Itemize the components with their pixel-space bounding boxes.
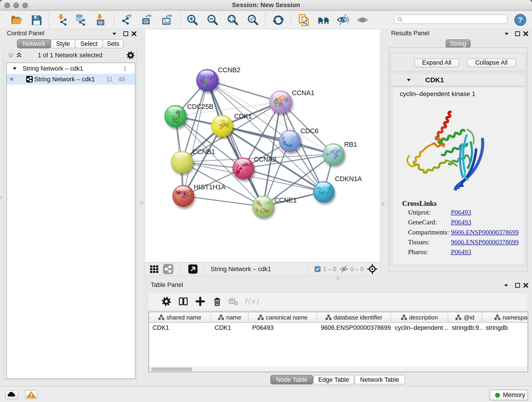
left-splitter-handle[interactable] [140, 201, 143, 205]
column-header-shared-name[interactable]: shared name [149, 312, 211, 323]
node-CCNE1[interactable] [252, 196, 274, 217]
birds-eye-view-icon[interactable] [149, 264, 159, 274]
table-panel-close-button[interactable] [522, 282, 529, 289]
clone-network-icon[interactable] [298, 13, 310, 26]
export-table-icon[interactable] [141, 13, 153, 26]
selected-count: 1 – 0 [323, 266, 336, 273]
tab-network-table[interactable]: Network Table [354, 375, 405, 384]
table-cell[interactable]: cyclin–dependent ... [391, 323, 448, 333]
node-HIST1H1A[interactable] [172, 185, 194, 207]
zoom-fit-icon[interactable] [226, 13, 239, 26]
table-cell[interactable]: stringdb:9... [448, 323, 482, 333]
zoom-selected-icon[interactable] [247, 13, 259, 26]
crosshair-icon[interactable] [367, 264, 377, 274]
node-CCNB1[interactable] [171, 151, 193, 173]
warnings-button[interactable] [25, 390, 37, 399]
table-cell[interactable]: CDK1 [211, 323, 249, 333]
export-image-icon[interactable] [161, 13, 174, 26]
table-cell[interactable]: stringdb [482, 323, 528, 333]
table-panel-float-button[interactable] [514, 282, 521, 289]
cloud-button[interactable] [5, 390, 18, 399]
node-CDKN1A[interactable] [313, 181, 334, 202]
network-collection-row[interactable]: String Network – cdk1 1 [7, 63, 135, 74]
export-network-icon[interactable] [121, 13, 133, 26]
table-panel-menu-button[interactable] [503, 282, 510, 289]
crosslink-link-uniprot[interactable]: P06493 [451, 209, 471, 216]
zoom-out-icon[interactable] [206, 13, 219, 26]
table-horizontal-scrollbar[interactable] [149, 367, 528, 372]
control-panel-float-button[interactable] [122, 30, 129, 37]
control-panel-menu-button[interactable] [111, 30, 118, 37]
add-column-icon[interactable] [195, 296, 205, 306]
svg-text:f(x): f(x) [245, 297, 259, 305]
control-panel-close-button[interactable] [131, 30, 138, 37]
scrollbar-thumb[interactable] [151, 368, 192, 371]
expand-all-button[interactable]: Expand All [414, 59, 459, 67]
network-canvas[interactable]: CCNB2CCNA1CDC25BCDK1CDC6RB1CCNB1CCNA2CDK… [145, 29, 380, 262]
bottom-splitter-handle[interactable] [336, 276, 340, 280]
refresh-icon[interactable] [272, 13, 285, 26]
network-options-gear-icon[interactable] [126, 51, 135, 60]
tab-node-table[interactable]: Node Table [270, 375, 313, 384]
collapse-all-button[interactable]: Collapse All [467, 59, 516, 67]
node-CDC25B[interactable] [165, 105, 186, 127]
memory-button[interactable]: Memory [490, 390, 528, 400]
node-CDK1[interactable] [211, 115, 233, 137]
results-panel-float-button[interactable] [514, 30, 521, 37]
new-network-selection-icon[interactable] [317, 13, 330, 26]
column-header-description[interactable]: description [391, 312, 448, 323]
node-CCNB2[interactable] [196, 69, 218, 91]
results-panel-menu-button[interactable] [503, 30, 510, 37]
open-in-new-window-button[interactable] [188, 264, 198, 274]
selected-checkbox[interactable] [315, 266, 321, 272]
tab-string[interactable]: String [446, 39, 471, 48]
column-header-label: name [226, 314, 241, 321]
column-header-name[interactable]: name [211, 312, 249, 323]
table-cell[interactable]: P06493 [249, 323, 317, 333]
delete-column-icon[interactable] [212, 296, 222, 306]
crosslink-link-compartments[interactable]: 9606.ENSP00000378699 [451, 228, 519, 236]
column-header--id[interactable]: @id [448, 312, 482, 323]
node-CCNA1[interactable] [269, 91, 292, 113]
column-header-canonical-name[interactable]: canonical name [249, 312, 317, 323]
string-badge-button[interactable] [163, 264, 173, 274]
crosslink-link-pharos[interactable]: P06493 [451, 248, 471, 256]
tab-select[interactable]: Select [75, 39, 103, 48]
node-CDC6[interactable] [279, 130, 301, 152]
table-cell[interactable]: 9606.ENSP00000378699 [317, 323, 391, 333]
import-network-database-icon[interactable] [75, 13, 87, 26]
save-icon[interactable] [30, 13, 43, 26]
zoom-in-icon[interactable] [186, 13, 199, 26]
import-network-file-icon[interactable] [56, 13, 69, 26]
network-selection-status: 1 of 1 Network selected [4, 52, 137, 59]
column-header-namespace[interactable]: namespace [482, 312, 528, 323]
column-type-icon [258, 314, 264, 320]
crosslink-link-genecard[interactable]: P06493 [451, 218, 471, 226]
help-button[interactable]: ? [514, 13, 527, 26]
open-icon[interactable] [10, 13, 23, 26]
settings-icon[interactable] [161, 296, 171, 306]
collection-expander-icon[interactable] [12, 66, 17, 71]
search-input[interactable] [394, 14, 508, 24]
tab-edge-table[interactable]: Edge Table [313, 375, 354, 384]
function-builder-icon: f(x) [245, 296, 259, 306]
split-view-icon[interactable] [178, 296, 188, 306]
results-panel-close-button[interactable] [522, 30, 529, 37]
tab-style[interactable]: Style [51, 39, 75, 48]
network-row[interactable]: String Network – cdk1 11 48 [7, 74, 135, 85]
table-panel-title: Table Panel [151, 281, 183, 288]
network-view-title: String Network – cdk1 [210, 266, 271, 273]
show-all-icon[interactable] [356, 13, 369, 26]
tab-network[interactable]: Network [17, 39, 51, 48]
edge-HIST1H1A-CCNE1[interactable] [183, 196, 263, 206]
import-table-file-icon[interactable] [94, 13, 107, 26]
tab-sets[interactable]: Sets [102, 39, 124, 48]
gene-expander-icon[interactable] [406, 77, 412, 83]
hide-selected-icon[interactable] [336, 13, 349, 26]
table-cell[interactable]: CDK1 [149, 323, 211, 333]
gene-header[interactable]: CDK1 [391, 73, 526, 86]
node-RB1[interactable] [323, 143, 344, 165]
crosslink-link-tissues[interactable]: 9606.ENSP00000378699 [451, 238, 519, 246]
column-header-database-identifier[interactable]: database identifier [317, 312, 391, 323]
node-CCNA2[interactable] [233, 158, 254, 179]
